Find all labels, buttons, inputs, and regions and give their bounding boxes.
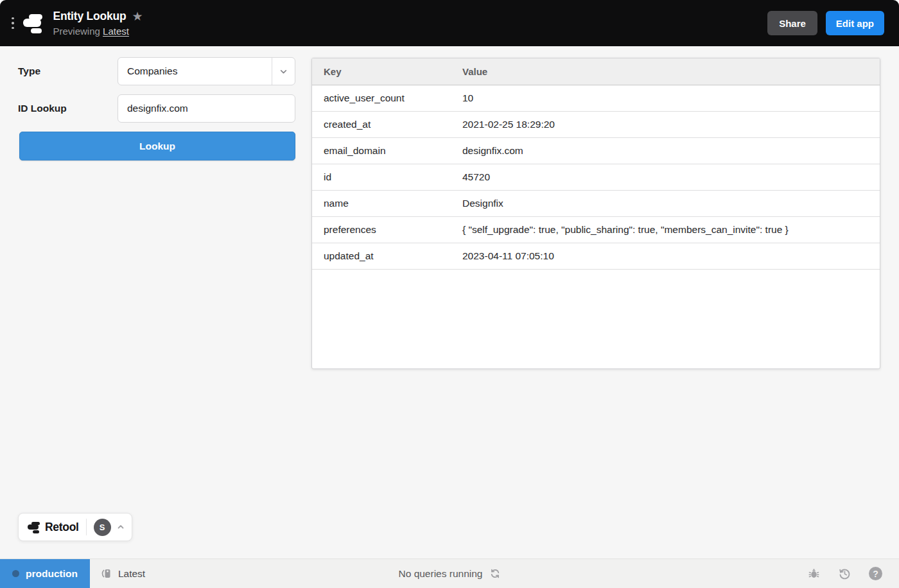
table-row[interactable]: email_domain designfix.com <box>312 137 880 164</box>
avatar[interactable]: S <box>94 519 111 536</box>
statusbar-icons: ? <box>807 567 899 580</box>
debug-bug-icon[interactable] <box>807 567 821 580</box>
environment-label: production <box>26 568 78 580</box>
table-row[interactable]: created_at 2021-02-25 18:29:20 <box>312 111 880 137</box>
kv-value: 2021-02-25 18:29:20 <box>451 111 880 137</box>
favorite-star-icon[interactable]: ★ <box>132 10 143 22</box>
id-lookup-label: ID Lookup <box>18 103 118 114</box>
release-version-selector[interactable]: Latest <box>101 567 145 580</box>
chevron-down-icon[interactable] <box>272 58 295 85</box>
kebab-menu-icon[interactable] <box>9 13 17 33</box>
share-button[interactable]: Share <box>767 11 817 35</box>
environment-selector[interactable]: production <box>0 559 90 588</box>
id-lookup-input[interactable] <box>118 94 295 123</box>
edit-app-button[interactable]: Edit app <box>826 11 884 35</box>
kv-key: preferences <box>312 216 451 243</box>
kv-key: created_at <box>312 111 451 137</box>
kv-value: Designfix <box>451 190 880 216</box>
kv-value: 45720 <box>451 164 880 190</box>
query-status: No queries running <box>399 568 501 580</box>
type-select-value: Companies <box>118 58 272 85</box>
page-title: Entity Lookup <box>53 10 127 23</box>
status-bar: production Latest No queries running <box>0 558 899 588</box>
column-header-key: Key <box>312 58 451 85</box>
table-row[interactable]: updated_at 2023-04-11 07:05:10 <box>312 243 880 269</box>
kv-key: updated_at <box>312 243 451 269</box>
kv-key: name <box>312 190 451 216</box>
column-header-value: Value <box>451 58 880 85</box>
kv-key: active_user_count <box>312 85 451 111</box>
table-row[interactable]: name Designfix <box>312 190 880 216</box>
kv-value: designfix.com <box>451 137 880 164</box>
app-canvas: Type Companies ID Lookup Lookup Key Valu… <box>0 46 899 558</box>
retool-wordmark: Retool <box>45 521 79 534</box>
release-version-label: Latest <box>118 568 145 580</box>
previewing-version-link[interactable]: Latest <box>103 26 129 37</box>
topbar-actions: Share Edit app <box>767 11 884 35</box>
previewing-label: Previewing <box>53 26 100 37</box>
retool-logo-icon <box>28 521 40 533</box>
title-block: Entity Lookup ★ Previewing Latest <box>53 10 143 37</box>
table-row[interactable]: preferences { "self_upgrade": true, "pub… <box>312 216 880 243</box>
kv-key: email_domain <box>312 137 451 164</box>
kv-value: 10 <box>451 85 880 111</box>
environment-dot-icon <box>12 570 19 577</box>
top-bar: Entity Lookup ★ Previewing Latest Share … <box>0 0 899 46</box>
badge-divider <box>86 519 87 535</box>
refresh-icon[interactable] <box>489 568 500 579</box>
id-lookup-field-row: ID Lookup <box>18 94 295 123</box>
table-row[interactable]: active_user_count 10 <box>312 85 880 111</box>
retool-branding-badge[interactable]: Retool S <box>18 513 132 541</box>
kv-table-body: active_user_count 10 created_at 2021-02-… <box>312 85 880 269</box>
retool-logo-icon <box>23 13 44 33</box>
retool-app-viewer: Entity Lookup ★ Previewing Latest Share … <box>0 0 899 588</box>
table-header-row: Key Value <box>312 58 880 85</box>
lookup-button[interactable]: Lookup <box>19 132 295 160</box>
kv-value: { "self_upgrade": true, "public_sharing"… <box>451 216 880 243</box>
query-status-text: No queries running <box>399 568 483 580</box>
help-icon[interactable]: ? <box>869 567 882 580</box>
kv-key: id <box>312 164 451 190</box>
history-icon[interactable] <box>838 567 851 580</box>
kv-value: 2023-04-11 07:05:10 <box>451 243 880 269</box>
previewing-line: Previewing Latest <box>53 26 143 37</box>
key-value-table: Key Value active_user_count 10 created_a… <box>311 58 880 369</box>
type-label: Type <box>18 65 118 77</box>
tag-icon <box>101 567 113 580</box>
type-select[interactable]: Companies <box>118 57 295 85</box>
chevron-up-icon[interactable] <box>116 523 125 532</box>
table-row[interactable]: id 45720 <box>312 164 880 190</box>
type-field-row: Type Companies <box>18 57 295 85</box>
